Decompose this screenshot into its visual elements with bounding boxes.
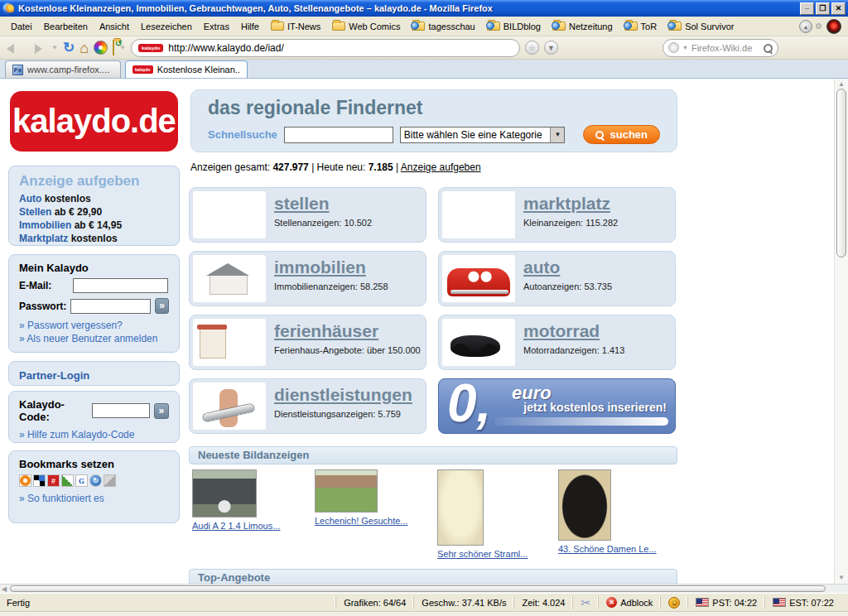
session-restore-icon[interactable]: ↺ (113, 41, 114, 55)
bookmark-tagesschau[interactable]: tagesschau (406, 19, 480, 34)
adblock-segment[interactable]: ✕ Adblock (598, 596, 660, 609)
adblock-disabled-icon[interactable]: ✕ (606, 597, 617, 608)
forgot-password-link[interactable]: Passwort vergessen? (19, 319, 169, 332)
bookmark-tor[interactable]: ToR (619, 19, 663, 34)
email-field[interactable] (73, 278, 168, 293)
menu-lesezeichen[interactable]: Lesezeichen (135, 19, 198, 34)
delicious-icon[interactable] (33, 474, 46, 487)
dienstleistungen-link[interactable]: dienstleistungen (274, 385, 412, 404)
horizontal-scrollbar[interactable]: ◀ (0, 584, 848, 593)
minimize-button[interactable] (800, 2, 814, 15)
go-dropdown-button[interactable]: ▼ (544, 41, 558, 55)
category-tile-motorrad[interactable]: motorrad Motorradanzeigen: 1.413 (438, 315, 676, 370)
kalaydo-code-field[interactable] (92, 403, 150, 418)
scrollbar-thumb[interactable] (10, 585, 826, 592)
thumbnail-audi[interactable]: Audi A 2 1.4 Limous... (192, 469, 280, 531)
romper-photo[interactable] (437, 469, 484, 546)
tab-kalaydo[interactable]: kalaydo Kostenlose Kleinan... (125, 60, 248, 78)
smiley-icon[interactable]: ☺ (668, 597, 680, 609)
smiley-segment[interactable]: ☺ (660, 596, 687, 609)
linkarena-icon[interactable] (61, 474, 74, 487)
bookmarks-help-link[interactable]: So funktioniert es (19, 492, 169, 505)
search-icon[interactable] (763, 43, 773, 53)
password-field[interactable] (70, 299, 151, 314)
close-button[interactable] (831, 2, 846, 15)
webnews-icon[interactable]: ↻ (89, 474, 102, 487)
post-ad-link[interactable]: Anzeige aufgeben (401, 161, 481, 173)
search-engine-icon[interactable] (668, 42, 679, 53)
search-input[interactable]: Firefox-Wiki.de (691, 43, 759, 53)
scrollbar-thumb[interactable] (836, 89, 846, 257)
bookmark-sol-survivor[interactable]: Sol Survivor (662, 19, 740, 34)
register-link[interactable]: Als neuer Benutzer anmelden (19, 332, 169, 345)
promo-auto-link[interactable]: Auto (19, 193, 41, 205)
thumbnail-lederjacke[interactable]: 43. Schöne Damen Le... (558, 469, 657, 554)
promo-stellen-link[interactable]: Stellen (19, 206, 51, 218)
promo-marktplatz-link[interactable]: Marktplatz (19, 233, 68, 244)
menu-bearbeiten[interactable]: Bearbeiten (38, 19, 94, 34)
update-arrow-icon[interactable]: ▲ (799, 20, 812, 33)
folkd-icon[interactable]: # (47, 474, 60, 487)
category-tile-marktplatz[interactable]: marktplatz Kleinanzeigen: 115.282 (438, 187, 676, 243)
tab-camp-firefox[interactable]: Fx www.camp-firefox.... (5, 60, 121, 78)
scissors-icon-segment[interactable]: ✂ (572, 596, 598, 609)
ferienhaeuser-link[interactable]: ferienhäuser (274, 321, 378, 340)
scroll-down-icon[interactable]: ▼ (838, 574, 845, 581)
category-tile-stellen[interactable]: stellen Stellenanzeigen: 10.502 (189, 187, 426, 243)
auto-link[interactable]: auto (523, 257, 560, 277)
scroll-left-icon[interactable]: ◀ (2, 585, 7, 593)
bookmark-it-news[interactable]: IT-News (265, 19, 326, 34)
category-tile-immobilien[interactable]: immobilien Immobilienanzeigen: 58.258 (189, 251, 426, 306)
vertical-scrollbar[interactable]: ▲ ▼ (834, 79, 848, 584)
promo-immobilien-link[interactable]: Immobilien (19, 219, 71, 231)
menu-datei[interactable]: Datei (5, 19, 38, 34)
immobilien-link[interactable]: immobilien (274, 257, 366, 277)
reload-button[interactable]: ↻ (63, 40, 75, 56)
zero-euro-banner[interactable]: 0, euro jetzt kostenlos inserieren! (438, 378, 676, 434)
colorzilla-icon[interactable] (94, 41, 108, 55)
bookmark-web-comics[interactable]: Web Comics (326, 19, 406, 34)
jacket-photo[interactable] (558, 469, 611, 541)
login-submit-button[interactable]: » (155, 298, 169, 314)
audi-photo[interactable] (192, 469, 257, 517)
social-bookmark-icon[interactable] (104, 474, 116, 487)
house-photo[interactable] (315, 469, 378, 513)
url-text[interactable]: http://www.kalaydo.de/iad/ (168, 42, 283, 54)
stellen-link[interactable]: stellen (274, 194, 330, 213)
search-bar[interactable]: ▼ Firefox-Wiki.de (662, 39, 778, 57)
history-dropdown-icon[interactable]: ▼ (51, 44, 58, 51)
menu-extras[interactable]: Extras (198, 19, 235, 34)
thumbnail-lechenich[interactable]: Lechenich! Gesuchte... (315, 469, 408, 526)
scroll-up-icon[interactable]: ▲ (838, 80, 845, 88)
home-button[interactable]: ⌂ (80, 40, 89, 56)
menu-hilfe[interactable]: Hilfe (235, 19, 265, 34)
category-tile-dienstleistungen[interactable]: dienstleistungen Dienstleistungsanzeigen… (189, 378, 426, 434)
back-button[interactable] (5, 40, 23, 56)
menu-ansicht[interactable]: Ansicht (94, 19, 135, 34)
scissors-icon[interactable]: ✂ (581, 596, 590, 609)
kalaydo-code-submit-button[interactable]: » (154, 403, 169, 419)
restore-button[interactable] (816, 2, 830, 15)
bookmark-star-button[interactable]: ☆ (525, 41, 539, 55)
extension-red-eye-icon[interactable] (826, 19, 841, 34)
partner-login-link[interactable]: Partner-Login (19, 369, 89, 382)
category-select[interactable]: Bitte wählen Sie eine Kategorie ▼ (400, 127, 566, 143)
url-bar[interactable]: kalaydo http://www.kalaydo.de/iad/ (131, 39, 520, 57)
kalaydo-logo[interactable]: kalaydo.de (10, 91, 178, 152)
thumbnail-strampler[interactable]: Sehr schöner Straml... (437, 469, 528, 559)
motorrad-link[interactable]: motorrad (523, 321, 600, 340)
search-submit-button[interactable]: suchen (583, 125, 660, 144)
category-tile-ferienhaeuser[interactable]: ferienhäuser Ferienhaus-Angebote: über 1… (189, 315, 426, 370)
search-engine-dropdown-icon[interactable]: ▼ (682, 45, 688, 51)
category-tile-auto[interactable]: auto Autoanzeigen: 53.735 (438, 251, 676, 306)
marktplatz-link[interactable]: marktplatz (523, 194, 610, 213)
google-bookmark-icon[interactable]: G (75, 474, 88, 487)
quicksearch-input[interactable] (284, 127, 393, 143)
bookmark-bildblog[interactable]: BILDblog (481, 19, 547, 34)
mister-wong-icon[interactable] (19, 474, 31, 487)
bookmark-netzeitung[interactable]: Netzeitung (547, 19, 619, 34)
forward-button[interactable] (28, 40, 46, 56)
status-dot-icon (816, 23, 822, 29)
code-help-link[interactable]: Hilfe zum Kalaydo-Code (19, 428, 169, 441)
select-dropdown-icon[interactable]: ▼ (550, 128, 564, 142)
